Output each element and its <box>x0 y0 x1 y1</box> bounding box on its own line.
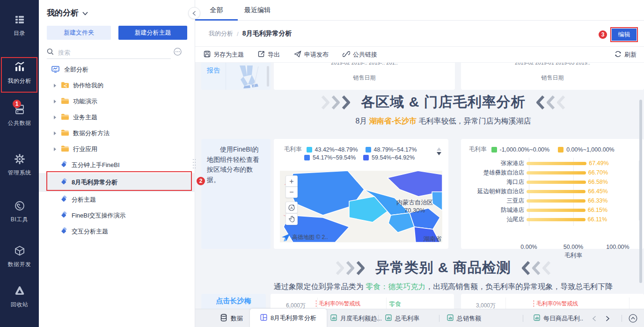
tree-item-5min-finebi[interactable]: 五分钟上手FineBI <box>39 157 195 173</box>
legend-pager[interactable] <box>437 147 441 155</box>
y-axis-value: 3,000万 <box>476 302 496 309</box>
map-zoom-in-button[interactable]: + <box>285 175 298 187</box>
sidebar-item-recycle-bin[interactable]: 回收站 <box>0 285 39 309</box>
section-title: 各区域 & 门店毛利率分析 <box>361 93 525 112</box>
more-options-icon[interactable] <box>174 48 182 58</box>
sidebar-item-data-dev[interactable]: 数据开发 <box>0 245 39 269</box>
edit-button[interactable]: 编辑 <box>612 29 637 41</box>
sheet-tab-daily-product-margin[interactable]: 每日商品毛利.. <box>534 309 583 327</box>
new-folder-button[interactable]: 新建文件夹 <box>47 26 111 40</box>
toolbar: 另存为主题 导出 申请发布 公共链接 刷新 <box>195 47 644 63</box>
bar-row[interactable]: 楚雄彝族自治店66.70% <box>461 168 644 177</box>
tab-recent-edit[interactable]: 最近编辑 <box>241 0 274 21</box>
bottom-left-chart-card[interactable]: 6,000万 毛利率0%警戒线 零食 <box>271 294 454 309</box>
tree-item-shared-folder[interactable]: 协作给我的 <box>39 78 195 94</box>
report-illustration <box>231 65 264 89</box>
chart-icon <box>330 314 337 322</box>
bar-row[interactable]: 延边朝鲜族自治店66.45% <box>461 187 644 196</box>
card-scrollbar[interactable] <box>267 66 269 87</box>
map-note-card[interactable]: 使用FineBI的地图组件轻松查看按区域分布的数据。 <box>201 139 271 249</box>
link-icon <box>343 51 350 59</box>
click-hint-card[interactable]: 点击长沙梅 <box>201 294 266 309</box>
sidebar-item-bi-tools[interactable]: BI工具 <box>0 200 39 224</box>
chevron-down-icon[interactable] <box>82 9 88 17</box>
bottom-sheet-bar: 数据 8月毛利异常分析 月度毛利额趋... 总毛利率 总销售额 <box>195 309 644 327</box>
menu-list-icon <box>0 14 39 25</box>
search-input[interactable] <box>58 49 152 56</box>
tree-item-feature-demo[interactable]: 功能演示 <box>39 94 195 109</box>
tree-item-industry-apps[interactable]: 行业应用 <box>39 141 195 157</box>
tree-item-interactive-analysis-theme[interactable]: 交互分析主题 <box>39 224 195 240</box>
map-compass-button[interactable]: A <box>285 202 298 213</box>
breadcrumb-parent[interactable]: 我的分析 <box>209 29 233 38</box>
data-tab[interactable]: 数据 <box>220 309 243 327</box>
export-button[interactable]: 导出 <box>258 51 280 59</box>
breadcrumb: 我的分析 / 8月毛利异常分析 <box>209 29 292 38</box>
legend-swatch <box>491 147 497 153</box>
bar-row[interactable]: 三亚店66.33% <box>461 196 644 205</box>
section-title: 异常类别 & 商品检测 <box>375 258 511 277</box>
sheet-tab-total-sales[interactable]: 总销售额 <box>447 309 481 327</box>
bar-row[interactable]: 张家港店67.49% <box>461 159 644 168</box>
store-margin-bar-chart-card[interactable]: 毛利率 -1,000.00%~0.00% 0.00%~1,000.00% 张家港… <box>461 139 644 249</box>
china-map[interactable]: 内蒙古自治区 70.30% 湖南省 + − A 高德地图 © 2.. <box>280 171 442 242</box>
save-as-theme-button[interactable]: 另存为主题 <box>204 51 244 59</box>
expand-panel-button[interactable] <box>629 309 637 327</box>
tab-all[interactable]: 全部 <box>195 0 238 21</box>
breadcrumb-current: 8月毛利异常分析 <box>242 29 292 38</box>
panel-resize-handle[interactable] <box>192 158 196 168</box>
map-pan-hand-button[interactable] <box>285 213 298 225</box>
map-chart-card[interactable]: 毛利率 43.42%~48.79% 48.79%~54.17% 54.17%~5… <box>274 139 448 249</box>
map-zoom-out-button[interactable]: − <box>285 187 298 198</box>
analysis-tree: 全部分析 协作给我的 功能演示 业务主题 数据分析方法 <box>39 62 195 240</box>
sidebar-item-admin-system[interactable]: 管理系统 <box>0 153 39 177</box>
scroll-tabs-left-button[interactable] <box>592 309 596 327</box>
sheet-tab-active[interactable]: 8月毛利异常分析 <box>249 308 327 327</box>
x-axis-label: 销售日期 <box>274 74 455 82</box>
panel-title: 我的分析 <box>47 7 79 18</box>
bar-row[interactable]: 海口店66.58% <box>461 177 644 187</box>
tree-item-business-theme[interactable]: 业务主题 <box>39 109 195 125</box>
breadcrumb-bar: 我的分析 / 8月毛利异常分析 编辑 <box>195 21 644 47</box>
chart-icon <box>447 314 454 322</box>
caret-right-icon[interactable] <box>54 131 56 135</box>
folder-icon <box>61 145 69 153</box>
nav-rail: 目录 我的分析 公共数据 管理系统 BI工具 数据开发 回收站 <box>0 0 39 327</box>
sidebar-item-public-data[interactable]: 公共数据 <box>0 104 39 127</box>
svg-text:A: A <box>290 206 293 210</box>
top-right-chart-card[interactable]: 2019-02 2019-01 2019-03 2019.. 销售日期 <box>461 63 644 90</box>
new-theme-button[interactable]: 新建分析主题 <box>118 26 187 40</box>
tree-item-august-margin-analysis[interactable]: 8月毛利异常分析 <box>39 173 195 192</box>
refresh-button[interactable]: 刷新 <box>615 47 637 63</box>
sidebar-item-directory[interactable]: 目录 <box>0 14 39 37</box>
public-link-button[interactable]: 公共链接 <box>343 51 377 59</box>
bottom-right-chart-card[interactable]: 3,000万 毛利率0%警戒线 <box>461 294 644 309</box>
tree-item-all-analysis[interactable]: 全部分析 <box>39 62 195 78</box>
bar-row[interactable]: 防城港店66.15% <box>461 205 644 215</box>
sheet-tab-monthly-margin[interactable]: 月度毛利额趋... <box>330 309 382 327</box>
tree-item-analysis-theme[interactable]: 分析主题 <box>39 192 195 208</box>
caret-right-icon[interactable] <box>54 147 56 151</box>
caret-right-icon[interactable] <box>54 116 56 119</box>
top-left-chart-card[interactable]: 2019-02 2019-.. 2019-.. 201.. 销售日期 <box>274 63 455 90</box>
bar-row[interactable]: 汕尾店66.11% <box>461 215 644 224</box>
legend-title: 毛利率 <box>284 145 302 153</box>
section-subtitle: 8月 湖南省-长沙市 毛利率较低，异常门店为梅溪湖店 <box>242 116 644 126</box>
caret-right-icon[interactable] <box>54 84 56 87</box>
chevrons-right-icon <box>321 95 354 110</box>
tree-item-finebi-interactive-demo[interactable]: FineBI交互操作演示 <box>39 208 195 224</box>
annotation-badge-step2: 2 <box>197 177 205 185</box>
report-card[interactable]: 报告 <box>201 63 271 90</box>
legend-swatch <box>366 147 371 153</box>
caret-right-icon[interactable] <box>54 100 56 103</box>
collapse-panel-button[interactable] <box>188 7 200 19</box>
export-icon <box>258 51 265 59</box>
sheet-tab-total-margin-rate[interactable]: 总毛利率 <box>385 309 419 327</box>
dashboard-canvas: 报告 2019-02 2019-.. 2019-.. 201.. 销售日期 20… <box>195 63 644 309</box>
amap-logo <box>281 233 291 242</box>
sidebar-item-my-analysis[interactable]: 我的分析 <box>0 61 39 85</box>
request-publish-button[interactable]: 申请发布 <box>294 51 329 59</box>
scroll-tabs-right-button[interactable] <box>606 309 610 327</box>
tree-item-analysis-methods[interactable]: 数据分析方法 <box>39 125 195 141</box>
vertical-scrollbar[interactable] <box>639 100 642 283</box>
